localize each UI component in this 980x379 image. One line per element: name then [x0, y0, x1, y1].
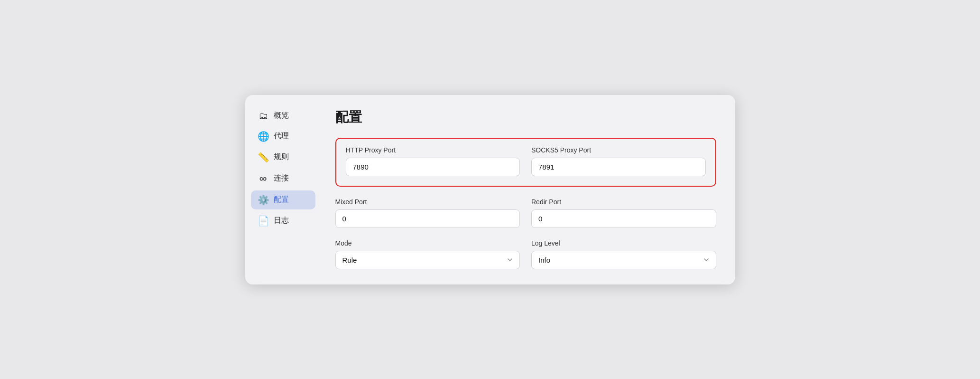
sidebar: 🗂 概览 🌐 代理 📏 规则 ∞ 连接 ⚙️ 配置 📄 日志	[245, 95, 321, 284]
sidebar-item-config[interactable]: ⚙️ 配置	[251, 190, 315, 209]
sidebar-item-connections[interactable]: ∞ 连接	[251, 169, 315, 189]
mode-loglevel-section: Mode Rule Global Direct Log Level Info D…	[335, 239, 716, 269]
sidebar-label-connections: 连接	[274, 173, 289, 183]
mixed-port-group: Mixed Port	[335, 198, 520, 228]
mode-label: Mode	[335, 239, 520, 247]
sidebar-label-config: 配置	[274, 195, 289, 205]
redir-port-input[interactable]	[531, 209, 716, 228]
socks5-proxy-port-label: SOCKS5 Proxy Port	[531, 146, 706, 154]
mode-select[interactable]: Rule Global Direct	[335, 251, 520, 269]
proxy-ports-section: HTTP Proxy Port SOCKS5 Proxy Port	[335, 138, 716, 187]
sidebar-label-proxy: 代理	[274, 131, 289, 141]
app-window: 🗂 概览 🌐 代理 📏 规则 ∞ 连接 ⚙️ 配置 📄 日志 配置	[245, 95, 735, 284]
page-title: 配置	[335, 108, 716, 126]
log-level-label: Log Level	[531, 239, 716, 247]
sidebar-item-overview[interactable]: 🗂 概览	[251, 106, 315, 125]
http-proxy-port-input[interactable]	[346, 158, 520, 176]
overview-icon: 🗂	[258, 110, 269, 121]
sidebar-label-logs: 日志	[274, 216, 289, 226]
sidebar-item-proxy[interactable]: 🌐 代理	[251, 127, 315, 146]
sidebar-item-rules[interactable]: 📏 规则	[251, 148, 315, 167]
http-proxy-port-group: HTTP Proxy Port	[346, 146, 520, 176]
redir-port-label: Redir Port	[531, 198, 716, 206]
redir-port-group: Redir Port	[531, 198, 716, 228]
proxy-ports-row: HTTP Proxy Port SOCKS5 Proxy Port	[346, 146, 706, 176]
mixed-redir-section: Mixed Port Redir Port	[335, 198, 716, 228]
config-icon: ⚙️	[258, 194, 269, 206]
mixed-redir-row: Mixed Port Redir Port	[335, 198, 716, 228]
socks5-proxy-port-input[interactable]	[531, 158, 706, 176]
mode-loglevel-row: Mode Rule Global Direct Log Level Info D…	[335, 239, 716, 269]
sidebar-label-overview: 概览	[274, 111, 289, 121]
socks5-proxy-port-group: SOCKS5 Proxy Port	[531, 146, 706, 176]
main-content: 配置 HTTP Proxy Port SOCKS5 Proxy Port Mix…	[321, 95, 735, 284]
sidebar-item-logs[interactable]: 📄 日志	[251, 211, 315, 230]
log-level-select[interactable]: Info Debug Warning Error Silent	[531, 251, 716, 269]
sidebar-label-rules: 规则	[274, 152, 289, 162]
connections-icon: ∞	[258, 172, 269, 185]
rules-icon: 📏	[258, 152, 269, 163]
proxy-icon: 🌐	[258, 131, 269, 142]
mixed-port-label: Mixed Port	[335, 198, 520, 206]
mode-group: Mode Rule Global Direct	[335, 239, 520, 269]
logs-icon: 📄	[258, 215, 269, 227]
log-level-group: Log Level Info Debug Warning Error Silen…	[531, 239, 716, 269]
http-proxy-port-label: HTTP Proxy Port	[346, 146, 520, 154]
mixed-port-input[interactable]	[335, 209, 520, 228]
